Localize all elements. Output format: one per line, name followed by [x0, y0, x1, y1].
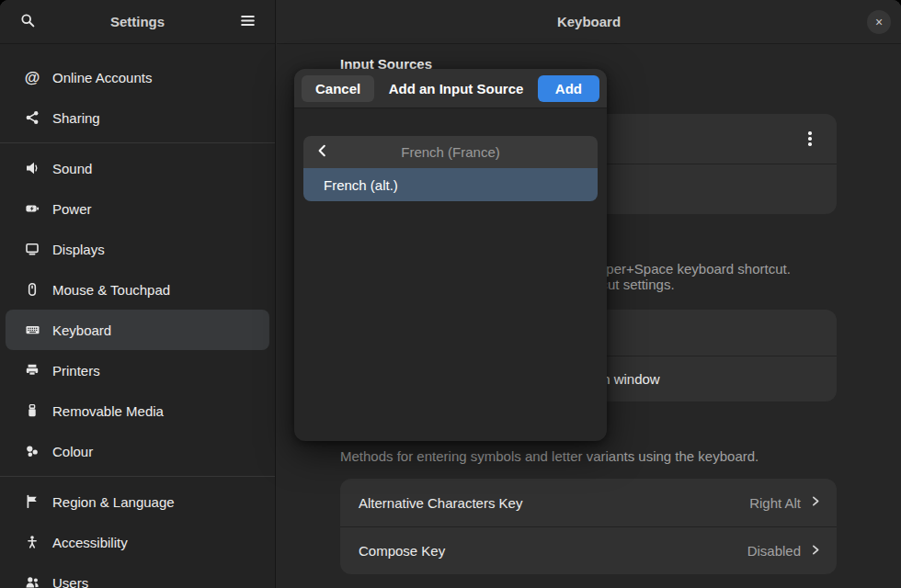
- page-title: Keyboard: [557, 14, 621, 29]
- sidebar-item-removable-media[interactable]: Removable Media: [6, 390, 269, 431]
- sidebar-item-label: Users: [52, 575, 88, 588]
- sidebar-item-online-accounts[interactable]: @ Online Accounts: [6, 57, 269, 97]
- alternative-characters-row[interactable]: Alternative Characters Key Right Alt: [340, 479, 837, 526]
- search-icon: [20, 13, 36, 31]
- sidebar-item-accessibility[interactable]: Accessibility: [6, 522, 269, 562]
- sidebar-headerbar: Settings: [0, 0, 275, 44]
- back-button[interactable]: [311, 141, 335, 164]
- battery-icon: [24, 201, 40, 216]
- alternative-characters-label: Alternative Characters Key: [359, 495, 522, 511]
- speaker-icon: [24, 161, 40, 175]
- sidebar-item-label: Printers: [52, 363, 100, 379]
- color-circles-icon: [24, 444, 40, 458]
- sidebar-item-label: Keyboard: [52, 322, 111, 338]
- sidebar-item-label: Colour: [52, 444, 93, 459]
- dialog-headerbar: Cancel Add an Input Source Add: [294, 69, 607, 108]
- content-headerbar: Keyboard ×: [277, 0, 901, 44]
- sidebar-item-label: Power: [52, 201, 92, 217]
- alternative-characters-value: Right Alt: [749, 495, 801, 511]
- add-input-source-dialog: Cancel Add an Input Source Add French (F…: [294, 69, 607, 441]
- special-character-card: Alternative Characters Key Right Alt Com…: [340, 479, 837, 574]
- sidebar-item-power[interactable]: Power: [6, 188, 269, 229]
- sidebar-item-label: Removable Media: [52, 403, 164, 419]
- chevron-right-icon: [809, 543, 822, 560]
- sidebar-item-label: Sound: [52, 161, 92, 176]
- at-symbol-icon: @: [24, 70, 40, 85]
- dialog-title: Add an Input Source: [389, 81, 524, 96]
- main-menu-button[interactable]: [233, 7, 262, 37]
- compose-key-row[interactable]: Compose Key Disabled: [340, 526, 837, 574]
- close-window-button[interactable]: ×: [867, 10, 891, 34]
- special-characters-note: Methods for entering symbols and letter …: [340, 448, 758, 464]
- sidebar-item-printers[interactable]: Printers: [6, 350, 269, 390]
- keyboard-icon: [24, 322, 40, 337]
- sidebar-item-colour[interactable]: Colour: [6, 431, 269, 471]
- sidebar-item-label: Online Accounts: [52, 70, 152, 85]
- compose-key-label: Compose Key: [359, 543, 445, 559]
- sidebar-item-label: Mouse & Touchpad: [52, 282, 170, 298]
- display-icon: [24, 242, 40, 256]
- sidebar-item-label: Displays: [52, 242, 105, 257]
- add-button[interactable]: Add: [538, 75, 599, 102]
- list-group-title: French (France): [303, 144, 598, 160]
- sidebar-separator: [0, 138, 275, 148]
- close-icon: ×: [875, 15, 883, 29]
- compose-key-value: Disabled: [747, 543, 801, 559]
- users-icon: [24, 575, 40, 588]
- sidebar-item-label: Accessibility: [52, 535, 128, 550]
- accessibility-person-icon: [24, 535, 40, 549]
- sidebar-nav: @ Online Accounts Sharing Sound: [0, 44, 275, 588]
- flag-icon: [24, 494, 40, 509]
- printer-icon: [24, 363, 40, 378]
- list-group-header: French (France): [303, 136, 598, 168]
- sidebar-item-keyboard[interactable]: Keyboard: [6, 310, 269, 350]
- share-icon: [24, 110, 40, 125]
- sidebar-item-users[interactable]: Users: [6, 562, 269, 588]
- sidebar-separator: [0, 471, 275, 481]
- sidebar-item-region-language[interactable]: Region & Language: [6, 481, 269, 522]
- settings-window: Settings @ Online Accounts Sharing: [0, 0, 901, 588]
- sidebar-item-label: Region & Language: [52, 494, 175, 510]
- cancel-button[interactable]: Cancel: [302, 75, 374, 102]
- sidebar-item-sharing[interactable]: Sharing: [6, 97, 269, 138]
- usb-drive-icon: [24, 403, 40, 418]
- back-chevron-icon: [315, 143, 330, 161]
- sidebar-item-displays[interactable]: Displays: [6, 229, 269, 269]
- list-item-french-alt[interactable]: French (alt.): [303, 168, 598, 201]
- sidebar-title: Settings: [110, 14, 165, 29]
- mouse-icon: [24, 282, 40, 297]
- search-button[interactable]: [13, 7, 42, 37]
- source-options-button[interactable]: [798, 125, 822, 153]
- sidebar-item-label: Sharing: [52, 110, 100, 126]
- hamburger-menu-icon: [240, 13, 256, 31]
- sidebar-pane: Settings @ Online Accounts Sharing: [0, 0, 276, 588]
- list-item-label: French (alt.): [324, 177, 398, 193]
- sidebar-item-mouse-touchpad[interactable]: Mouse & Touchpad: [6, 269, 269, 310]
- sidebar-item-sound[interactable]: Sound: [6, 148, 269, 188]
- chevron-right-icon: [809, 494, 822, 511]
- input-source-list: French (France) French (alt.): [303, 136, 598, 201]
